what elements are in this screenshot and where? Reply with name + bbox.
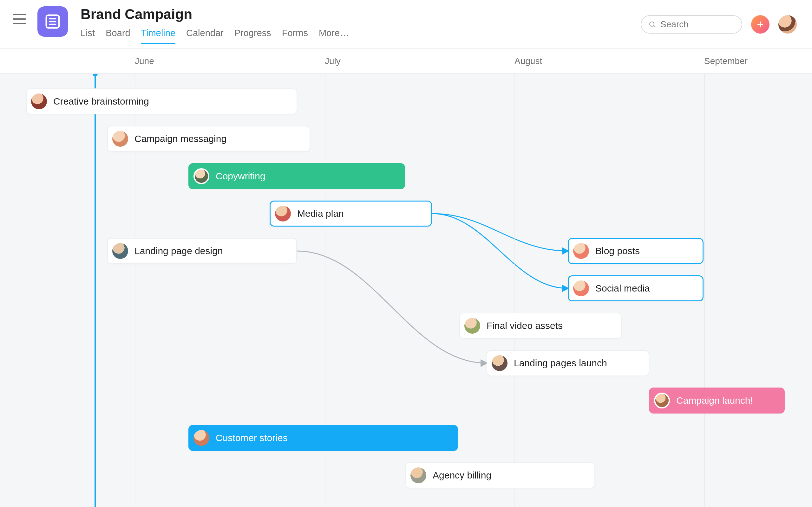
tab-progress[interactable]: Progress <box>235 28 271 44</box>
assignee-avatar[interactable] <box>573 280 589 296</box>
task-media-plan[interactable]: Media plan <box>270 201 432 227</box>
svg-line-5 <box>654 26 655 27</box>
project-tabs: ListBoardTimelineCalendarProgressFormsMo… <box>81 28 349 44</box>
task-label: Creative brainstorming <box>53 96 149 107</box>
task-social-media[interactable]: Social media <box>568 275 704 301</box>
task-label: Social media <box>595 283 650 294</box>
task-label: Campaign launch! <box>676 395 753 406</box>
dependency-line <box>432 214 568 288</box>
task-campaign-messaging[interactable]: Campaign messaging <box>107 126 310 152</box>
task-landing-pages-launch[interactable]: Landing pages launch <box>487 350 649 376</box>
month-gridline <box>704 74 705 507</box>
tab-list[interactable]: List <box>81 28 95 44</box>
month-label: June <box>135 56 154 66</box>
tab-board[interactable]: Board <box>106 28 130 44</box>
app-header: Brand Campaign ListBoardTimelineCalendar… <box>0 0 812 49</box>
task-blog-posts[interactable]: Blog posts <box>568 238 704 264</box>
tab-forms[interactable]: Forms <box>282 28 308 44</box>
menu-icon[interactable] <box>13 14 26 24</box>
month-label: August <box>514 56 542 66</box>
task-label: Customer stories <box>216 433 288 443</box>
task-label: Landing pages launch <box>514 358 607 369</box>
assignee-avatar[interactable] <box>194 430 209 446</box>
timeline-canvas[interactable]: Creative brainstormingCampaign messaging… <box>0 74 812 507</box>
search-box[interactable] <box>641 15 742 34</box>
search-input[interactable] <box>660 19 734 30</box>
month-gridline <box>514 74 515 507</box>
today-marker <box>95 74 96 507</box>
add-button[interactable] <box>751 15 769 34</box>
task-campaign-launch[interactable]: Campaign launch! <box>649 388 785 413</box>
assignee-avatar[interactable] <box>275 206 291 222</box>
task-label: Media plan <box>297 208 344 219</box>
task-label: Blog posts <box>595 245 640 257</box>
task-label: Campaign messaging <box>135 133 226 144</box>
assignee-avatar[interactable] <box>112 243 128 259</box>
task-agency-billing[interactable]: Agency billing <box>405 462 595 488</box>
assignee-avatar[interactable] <box>194 168 209 184</box>
tab-calendar[interactable]: Calendar <box>186 28 223 44</box>
svg-point-4 <box>650 22 654 26</box>
task-label: Final video assets <box>487 320 563 331</box>
tab-timeline[interactable]: Timeline <box>141 28 176 44</box>
month-label: July <box>325 56 341 66</box>
assignee-avatar[interactable] <box>410 467 426 483</box>
task-final-video-assets[interactable]: Final video assets <box>459 313 622 339</box>
month-label: September <box>704 56 748 66</box>
plus-icon <box>756 20 764 29</box>
assignee-avatar[interactable] <box>31 94 47 109</box>
task-customer-stories[interactable]: Customer stories <box>189 425 458 451</box>
assignee-avatar[interactable] <box>654 393 670 408</box>
tab-more[interactable]: More… <box>319 28 349 44</box>
assignee-avatar[interactable] <box>573 243 589 259</box>
assignee-avatar[interactable] <box>492 355 507 371</box>
task-landing-page-design[interactable]: Landing page design <box>107 238 297 264</box>
assignee-avatar[interactable] <box>464 318 480 334</box>
dependency-line <box>432 214 568 251</box>
task-label: Copywriting <box>216 171 265 181</box>
project-icon[interactable] <box>38 6 68 37</box>
task-label: Agency billing <box>433 470 491 481</box>
assignee-avatar[interactable] <box>112 131 128 147</box>
month-ruler: JuneJulyAugustSeptember <box>0 49 812 74</box>
search-icon <box>648 20 656 29</box>
profile-avatar[interactable] <box>778 15 797 34</box>
task-label: Landing page design <box>135 245 223 257</box>
task-copywriting[interactable]: Copywriting <box>189 163 405 189</box>
task-creative-brainstorming[interactable]: Creative brainstorming <box>26 89 297 114</box>
project-title: Brand Campaign <box>81 6 349 22</box>
